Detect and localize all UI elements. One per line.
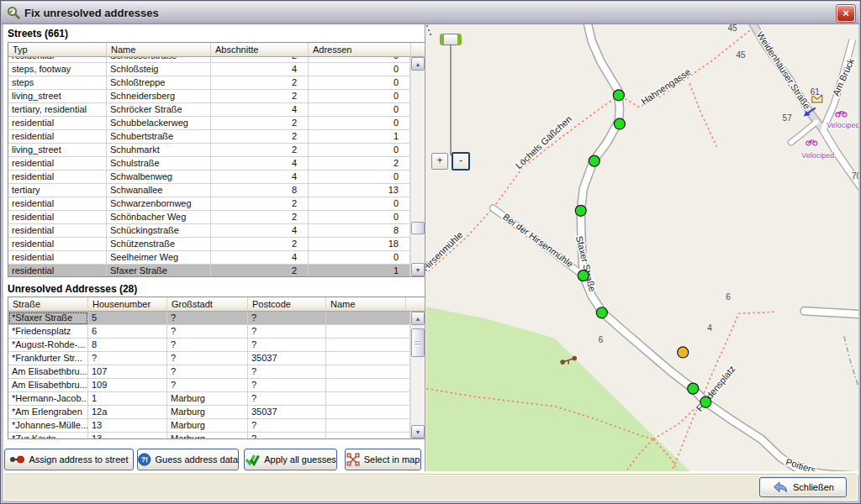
streets-table: Typ Name Abschnitte Adressen residential…: [8, 42, 425, 277]
addresse-row[interactable]: Am Elisabethbru...109??: [8, 379, 410, 392]
address-marker-warning[interactable]: [678, 347, 689, 358]
close-icon[interactable]: ×: [837, 5, 855, 22]
addresse-row[interactable]: Am Elisabethbru...107??: [8, 365, 410, 379]
apply-all-guesses-button[interactable]: Apply all guesses: [244, 449, 337, 470]
column-header-strasse[interactable]: Straße: [8, 297, 88, 312]
addresse-row[interactable]: *Friedensplatz6??: [8, 325, 410, 339]
cell: 12a: [88, 406, 167, 419]
street-row[interactable]: steps, footwaySchloßsteig40: [8, 63, 410, 76]
cell: [326, 419, 410, 433]
column-header-typ[interactable]: Typ: [8, 43, 107, 57]
street-row[interactable]: residentialSchückingstraße48: [8, 224, 410, 238]
streets-scrollbar[interactable]: ▲ ▼: [410, 57, 425, 276]
street-row[interactable]: residentialSchulstraße42: [8, 157, 410, 171]
zoom-slider-handle[interactable]: [440, 34, 462, 45]
street-row[interactable]: living_streetSchuhmarkt20: [8, 144, 410, 157]
cell: Schröcker Straße: [107, 103, 211, 117]
title-bar[interactable]: Fix unresolved addresses ×: [2, 2, 859, 24]
address-marker[interactable]: [688, 383, 699, 394]
street-row[interactable]: residentialSchönbacher Weg20: [8, 211, 410, 224]
cell: *Hermann-Jacob...: [8, 392, 88, 406]
addresse-row[interactable]: *Johannes-Mülle...13Marburg?: [8, 419, 410, 433]
street-row[interactable]: residentialSchwarzenbornweg20: [8, 197, 410, 211]
cell: Schulstraße: [107, 157, 211, 171]
street-row[interactable]: residentialSfaxer Straße21: [8, 265, 410, 276]
street-label: Bei der Hirsenmühle: [501, 212, 575, 269]
assign-address-to-street-button[interactable]: Assign address to street: [4, 449, 134, 470]
cell: Schückingstraße: [107, 224, 211, 238]
cell: ?: [248, 365, 326, 379]
street-row[interactable]: residentialSchlosserstraße20: [8, 57, 410, 63]
column-header-name[interactable]: Name: [326, 297, 406, 312]
addresse-row[interactable]: *August-Rohde-...8??: [8, 339, 410, 352]
address-marker[interactable]: [614, 118, 625, 129]
zoom-in-button[interactable]: +: [431, 153, 448, 170]
cell: ?: [248, 379, 326, 392]
cell: ?: [167, 312, 248, 325]
column-header-filler: [411, 43, 425, 57]
street-row[interactable]: residentialSchubbelackerweg20: [8, 117, 410, 130]
scroll-up-icon[interactable]: ▲: [411, 57, 425, 71]
schliessen-button[interactable]: Schließen: [759, 477, 847, 497]
address-marker[interactable]: [596, 307, 607, 318]
cell: 2: [211, 90, 309, 103]
scroll-up-icon[interactable]: ▲: [411, 312, 425, 325]
scroll-down-icon[interactable]: ▼: [411, 263, 425, 276]
addresses-scrollbar[interactable]: ▲ ▼: [410, 312, 425, 438]
cell: Schlosserstraße: [107, 57, 211, 63]
zoom-slider-track[interactable]: [450, 38, 452, 155]
street-row[interactable]: residentialSchützenstraße218: [8, 238, 410, 251]
address-marker[interactable]: [575, 205, 586, 216]
address-marker[interactable]: [700, 396, 711, 407]
addresse-row[interactable]: *Hermann-Jacob...1Marburg?: [8, 392, 410, 406]
cell: residential: [8, 117, 107, 130]
cell: 2: [211, 117, 309, 130]
column-header-postcode[interactable]: Postcode: [248, 297, 326, 312]
street-row[interactable]: residentialSchubertstraße21: [8, 130, 410, 144]
street-row[interactable]: residentialSchwalbenweg40: [8, 171, 410, 184]
cell: 0: [309, 103, 410, 117]
street-row[interactable]: tertiary, residentialSchröcker Straße40: [8, 103, 410, 117]
addresse-row[interactable]: *Am Erlengraben12aMarburg35037: [8, 406, 410, 419]
cell: 0: [309, 211, 410, 224]
scrollbar-thumb[interactable]: [411, 328, 425, 357]
scroll-down-icon[interactable]: ▼: [411, 425, 425, 438]
cell: Schuhmarkt: [107, 144, 211, 157]
street-label: Löchels Gäßchen: [514, 113, 573, 171]
street-row[interactable]: stepsSchloßtreppe20: [8, 76, 410, 90]
column-header-name[interactable]: Name: [107, 43, 211, 57]
cell: *Am Erlengraben: [8, 406, 88, 419]
guess-address-data-button[interactable]: ?! Guess address data: [137, 449, 239, 470]
street-row[interactable]: residentialSeelheimer Weg40: [8, 251, 410, 265]
addresse-row[interactable]: *Frankfurter Str...??35037: [8, 352, 410, 365]
cell: residential: [8, 251, 107, 265]
column-header-filler: [406, 297, 425, 312]
address-marker[interactable]: [613, 90, 624, 101]
address-marker[interactable]: [589, 155, 600, 166]
cell: [326, 352, 410, 365]
zoom-out-button[interactable]: -: [452, 152, 470, 171]
cell: Schwanallee: [107, 184, 211, 197]
dialog-window: Fix unresolved addresses × Streets (661)…: [0, 0, 861, 504]
cell: 2: [211, 211, 309, 224]
cell: *Friedensplatz: [8, 325, 88, 339]
cell: Schwarzenbornweg: [107, 197, 211, 211]
column-header-housenumber[interactable]: Housenumber: [88, 297, 167, 312]
cell: Schubertstraße: [107, 130, 211, 144]
cell: 6: [88, 325, 167, 339]
scrollbar-thumb[interactable]: [411, 222, 425, 234]
select-in-map-button[interactable]: Select in map: [345, 449, 421, 470]
addresse-row[interactable]: *Zur Kaute13Marburg?: [8, 433, 410, 438]
cell: 4: [211, 157, 309, 171]
map-panel[interactable]: Hahnengasse Weidenhäuser Straße Am Brück…: [425, 24, 858, 471]
street-row[interactable]: living_streetSchneidersberg20: [8, 90, 410, 103]
column-header-adressen[interactable]: Adressen: [309, 43, 411, 57]
column-header-abschnitte[interactable]: Abschnitte: [211, 43, 309, 57]
address-marker[interactable]: [578, 270, 589, 281]
cell: Schützenstraße: [107, 238, 211, 251]
column-header-grossstadt[interactable]: Großstadt: [167, 297, 248, 312]
cell: living_street: [8, 90, 107, 103]
street-row[interactable]: tertiarySchwanallee813: [8, 184, 410, 197]
addresse-row[interactable]: *Sfaxer Straße5??: [8, 312, 410, 325]
street-label: Sfaxer Straße: [574, 235, 598, 293]
